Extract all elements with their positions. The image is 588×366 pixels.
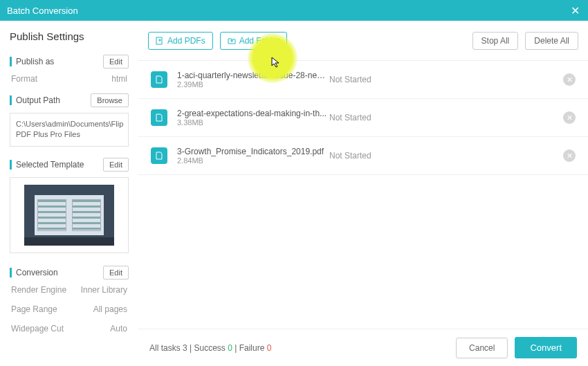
file-size: 2.39MB	[177, 80, 329, 89]
output-path-value: C:\Users\admin\Documents\Flip PDF Plus P…	[10, 113, 129, 147]
widepage-cut-value: Auto	[110, 324, 127, 333]
add-folder-button[interactable]: Add Folder	[220, 32, 288, 50]
file-plus-icon	[156, 37, 164, 45]
format-value: html	[111, 74, 127, 84]
output-path-label: Output Path	[10, 95, 60, 105]
toolbar: Add PDFs Add Folder Stop All Delete All	[138, 21, 588, 61]
svg-rect-0	[156, 37, 162, 44]
add-pdfs-label: Add PDFs	[167, 36, 205, 46]
conversion-label: Conversion	[10, 268, 58, 277]
footer: All tasks 3 | Success 0 | Failure 0 Canc…	[138, 329, 588, 366]
window-title: Batch Conversion	[7, 6, 78, 16]
file-size: 2.84MB	[177, 156, 329, 165]
browse-button[interactable]: Browse	[91, 93, 129, 107]
file-status: Not Started	[329, 75, 563, 84]
template-thumbnail[interactable]	[10, 177, 129, 253]
conversion-row: Widepage Cut Auto	[10, 324, 129, 333]
render-engine-value: Inner Library	[81, 285, 127, 295]
publish-as-label: Publish as	[10, 57, 54, 66]
file-name: 3-Growth_Promise_Indicators_2019.pdf	[177, 147, 329, 156]
conversion-row: Page Range All pages	[10, 304, 129, 314]
sidebar: Publish Settings Publish as Edit Format …	[0, 21, 138, 366]
file-list: 1-aci-quarterly-newsletter-issue-28-new.…	[138, 61, 588, 329]
conversion-row: Render Engine Inner Library	[10, 285, 129, 295]
remove-file-button[interactable]: ✕	[563, 73, 576, 86]
add-folder-label: Add Folder	[239, 36, 280, 46]
file-row: 2-great-expectations-deal-making-in-th..…	[138, 99, 588, 137]
template-edit-button[interactable]: Edit	[103, 158, 129, 172]
convert-button[interactable]: Convert	[515, 337, 577, 358]
cancel-button[interactable]: Cancel	[456, 338, 508, 358]
pdf-icon	[151, 109, 167, 126]
add-pdfs-button[interactable]: Add PDFs	[148, 32, 213, 50]
file-name: 2-great-expectations-deal-making-in-th..…	[177, 109, 329, 118]
conversion-edit-button[interactable]: Edit	[103, 266, 129, 280]
file-row: 3-Growth_Promise_Indicators_2019.pdf 2.8…	[138, 137, 588, 175]
template-label: Selected Template	[10, 160, 84, 170]
file-row: 1-aci-quarterly-newsletter-issue-28-new.…	[138, 61, 588, 99]
publish-as-edit-button[interactable]: Edit	[103, 55, 129, 68]
sidebar-heading: Publish Settings	[10, 30, 129, 42]
folder-plus-icon	[228, 37, 236, 45]
file-name: 1-aci-quarterly-newsletter-issue-28-new.…	[177, 71, 329, 80]
remove-file-button[interactable]: ✕	[563, 149, 576, 162]
status-text: All tasks 3 | Success 0 | Failure 0	[149, 343, 271, 353]
close-icon[interactable]: ✕	[571, 4, 580, 17]
pdf-icon	[151, 147, 167, 164]
file-size: 3.38MB	[177, 118, 329, 127]
content-area: Add PDFs Add Folder Stop All Delete All …	[138, 21, 588, 366]
render-engine-key: Render Engine	[11, 285, 66, 295]
page-range-key: Page Range	[11, 304, 57, 314]
file-status: Not Started	[329, 151, 563, 161]
pdf-icon	[151, 71, 167, 88]
file-status: Not Started	[329, 113, 563, 122]
remove-file-button[interactable]: ✕	[563, 111, 576, 124]
title-bar: Batch Conversion ✕	[0, 0, 588, 21]
format-key: Format	[11, 74, 37, 84]
page-range-value: All pages	[93, 304, 127, 314]
delete-all-button[interactable]: Delete All	[525, 32, 578, 50]
stop-all-button[interactable]: Stop All	[472, 32, 519, 50]
widepage-cut-key: Widepage Cut	[11, 324, 64, 333]
